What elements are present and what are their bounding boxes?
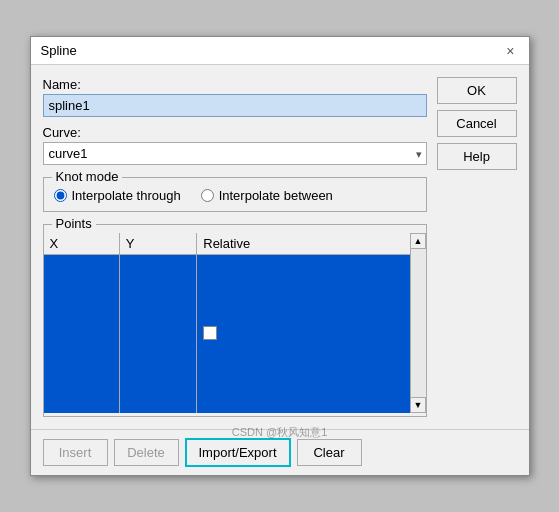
spline-dialog: Spline × Name: Curve: curve1 <box>30 36 530 476</box>
close-button[interactable]: × <box>502 44 518 58</box>
clear-button[interactable]: Clear <box>297 439 362 466</box>
interpolate-through-option[interactable]: Interpolate through <box>54 188 181 203</box>
dialog-title: Spline <box>41 43 77 58</box>
right-panel: OK Cancel Help <box>437 77 517 417</box>
relative-checkbox[interactable] <box>203 326 217 340</box>
cell-relative <box>197 255 410 414</box>
name-label: Name: <box>43 77 427 92</box>
curve-combo-wrapper: curve1 <box>43 142 427 165</box>
curve-label: Curve: <box>43 125 427 140</box>
knot-mode-group: Knot mode Interpolate through Interpolat… <box>43 177 427 212</box>
curve-field-group: Curve: curve1 <box>43 125 427 165</box>
import-export-button[interactable]: Import/Export <box>185 438 291 467</box>
interpolate-through-radio[interactable] <box>54 189 67 202</box>
cell-y <box>119 255 197 414</box>
points-group: Points X Y Relative <box>43 224 427 417</box>
delete-button[interactable]: Delete <box>114 439 179 466</box>
bottom-bar: Insert Delete Import/Export Clear <box>31 429 529 475</box>
points-table: X Y Relative <box>44 233 410 413</box>
cell-x <box>44 255 120 414</box>
col-y: Y <box>119 233 197 255</box>
title-bar: Spline × <box>31 37 529 65</box>
interpolate-between-radio[interactable] <box>201 189 214 202</box>
left-panel: Name: Curve: curve1 Knot mode <box>43 77 427 417</box>
table-header-row: X Y Relative <box>44 233 410 255</box>
help-button[interactable]: Help <box>437 143 517 170</box>
dialog-body: Name: Curve: curve1 Knot mode <box>31 65 529 429</box>
points-legend: Points <box>52 216 96 231</box>
ok-button[interactable]: OK <box>437 77 517 104</box>
name-input[interactable] <box>43 94 427 117</box>
scrollbar: ▲ ▼ <box>410 233 426 413</box>
scroll-up-button[interactable]: ▲ <box>410 233 426 249</box>
scroll-down-button[interactable]: ▼ <box>410 397 426 413</box>
radio-row: Interpolate through Interpolate between <box>54 188 416 203</box>
points-table-wrapper: X Y Relative <box>44 233 426 413</box>
knot-mode-legend: Knot mode <box>52 169 123 184</box>
col-x: X <box>44 233 120 255</box>
col-relative: Relative <box>197 233 410 255</box>
curve-select[interactable]: curve1 <box>43 142 427 165</box>
name-field-group: Name: <box>43 77 427 117</box>
interpolate-between-option[interactable]: Interpolate between <box>201 188 333 203</box>
table-row[interactable] <box>44 255 410 414</box>
cancel-button[interactable]: Cancel <box>437 110 517 137</box>
scroll-thumb-area <box>411 249 426 397</box>
insert-button[interactable]: Insert <box>43 439 108 466</box>
interpolate-between-label: Interpolate between <box>219 188 333 203</box>
interpolate-through-label: Interpolate through <box>72 188 181 203</box>
